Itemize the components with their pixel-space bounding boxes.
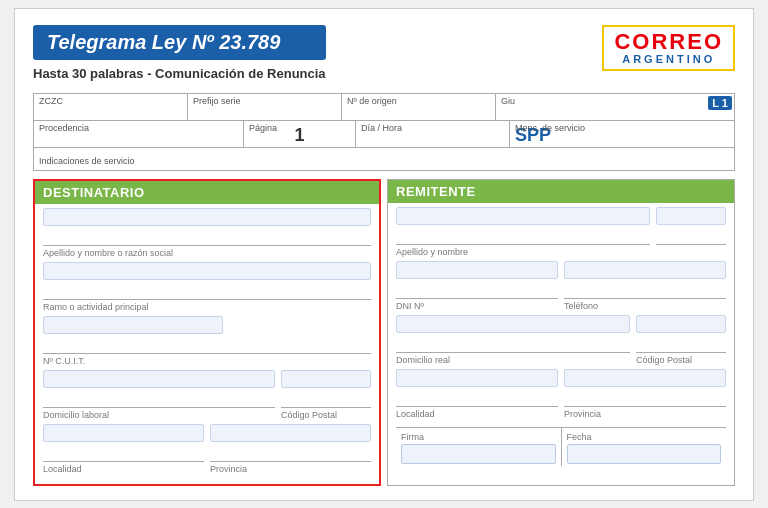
indicaciones-row: Indicaciones de servicio bbox=[33, 148, 735, 171]
correo-top-text: CORREO bbox=[614, 31, 723, 53]
telegram-form: Telegrama Ley Nº 23.789 Hasta 30 palabra… bbox=[14, 8, 754, 501]
giu-label: Giu bbox=[501, 96, 515, 106]
fecha-label: Fecha bbox=[567, 432, 722, 442]
dest-input-5b[interactable] bbox=[210, 424, 371, 442]
rem-input-4b[interactable] bbox=[564, 369, 726, 387]
pagina-label: Página bbox=[249, 123, 277, 133]
remitente-section: REMITENTE Apellido y nombre bbox=[387, 179, 735, 486]
rem-input-1b[interactable] bbox=[656, 207, 726, 225]
nro-origen-label: Nº de origen bbox=[347, 96, 397, 106]
dest-input-2[interactable] bbox=[43, 262, 371, 280]
destinatario-section: DESTINATARIO Apellido y nombre o razón s… bbox=[33, 179, 381, 486]
prefijo-label: Prefijo serie bbox=[193, 96, 241, 106]
rem-field-1: Apellido y nombre bbox=[396, 207, 726, 257]
dest-label-4b: Código Postal bbox=[281, 410, 371, 420]
rem-label-3a: Domicilio real bbox=[396, 355, 630, 365]
rem-input-4a[interactable] bbox=[396, 369, 558, 387]
zczc-label: ZCZC bbox=[39, 96, 63, 106]
dest-input-1[interactable] bbox=[43, 208, 371, 226]
indicaciones-label: Indicaciones de servicio bbox=[39, 156, 135, 166]
pagina-value: 1 bbox=[294, 123, 304, 146]
procedencia-label: Procedencia bbox=[39, 123, 89, 133]
form-row-1: ZCZC Prefijo serie Nº de origen Giu L 1 bbox=[34, 94, 734, 121]
dest-label-1: Apellido y nombre o razón social bbox=[43, 248, 371, 258]
form-subtitle: Hasta 30 palabras - Comunicación de Renu… bbox=[33, 66, 326, 81]
nro-origen-cell: Nº de origen bbox=[342, 94, 496, 120]
rem-input-1a[interactable] bbox=[396, 207, 650, 225]
rem-label-2b: Teléfono bbox=[564, 301, 726, 311]
dest-label-4a: Domicilio laboral bbox=[43, 410, 275, 420]
rem-input-2b[interactable] bbox=[564, 261, 726, 279]
fecha-input[interactable] bbox=[567, 444, 722, 464]
dest-field-5: Localidad Provincia bbox=[43, 424, 371, 474]
dest-field-1: Apellido y nombre o razón social bbox=[43, 208, 371, 258]
rem-input-3b[interactable] bbox=[636, 315, 726, 333]
firma-input[interactable] bbox=[401, 444, 556, 464]
dest-input-4b[interactable] bbox=[281, 370, 371, 388]
procedencia-cell: Procedencia bbox=[34, 121, 244, 147]
firma-cell: Firma bbox=[396, 428, 562, 466]
correo-logo: CORREO ARGENTINO bbox=[602, 25, 735, 71]
rem-field-4: Localidad Provincia bbox=[396, 369, 726, 419]
rem-input-3a[interactable] bbox=[396, 315, 630, 333]
remitente-header: REMITENTE bbox=[388, 180, 734, 203]
form-title: Telegrama Ley Nº 23.789 bbox=[47, 31, 280, 53]
dest-label-5a: Localidad bbox=[43, 464, 204, 474]
remitente-body: Apellido y nombre bbox=[388, 203, 734, 472]
header: Telegrama Ley Nº 23.789 Hasta 30 palabra… bbox=[33, 25, 735, 87]
top-form: ZCZC Prefijo serie Nº de origen Giu L 1 … bbox=[33, 93, 735, 148]
main-body: DESTINATARIO Apellido y nombre o razón s… bbox=[33, 179, 735, 486]
firma-label: Firma bbox=[401, 432, 556, 442]
zczc-cell: ZCZC bbox=[34, 94, 188, 120]
rem-label-1a: Apellido y nombre bbox=[396, 247, 650, 257]
rem-label-2a: DNI Nº bbox=[396, 301, 558, 311]
l1-badge: L 1 bbox=[708, 96, 732, 110]
dest-label-5b: Provincia bbox=[210, 464, 371, 474]
pagina-cell: Página 1 bbox=[244, 121, 356, 147]
dest-input-5a[interactable] bbox=[43, 424, 204, 442]
rem-label-4b: Provincia bbox=[564, 409, 726, 419]
correo-bottom-text: ARGENTINO bbox=[622, 53, 715, 65]
dia-hora-label: Día / Hora bbox=[361, 123, 402, 133]
destinatario-body: Apellido y nombre o razón social Ramo o … bbox=[35, 204, 379, 484]
dest-field-2: Ramo o actividad principal bbox=[43, 262, 371, 312]
dia-hora-cell: Día / Hora bbox=[356, 121, 510, 147]
dest-label-2: Ramo o actividad principal bbox=[43, 302, 371, 312]
rem-field-3: Domicilio real Código Postal bbox=[396, 315, 726, 365]
title-box: Telegrama Ley Nº 23.789 bbox=[33, 25, 326, 60]
rem-field-2: DNI Nº Teléfono bbox=[396, 261, 726, 311]
rem-label-4a: Localidad bbox=[396, 409, 558, 419]
prefijo-cell: Prefijo serie bbox=[188, 94, 342, 120]
dest-input-3[interactable] bbox=[43, 316, 223, 334]
dest-input-4a[interactable] bbox=[43, 370, 275, 388]
rem-input-2a[interactable] bbox=[396, 261, 558, 279]
giu-cell: Giu L 1 bbox=[496, 94, 734, 120]
menc-label: Menc. de servicio bbox=[515, 123, 585, 133]
dest-field-4: Domicilio laboral Código Postal bbox=[43, 370, 371, 420]
destinatario-header: DESTINATARIO bbox=[35, 181, 379, 204]
menc-cell: Menc. de servicio SPP bbox=[510, 121, 734, 147]
dest-label-3: Nº C.U.I.T. bbox=[43, 356, 371, 366]
form-row-2: Procedencia Página 1 Día / Hora Menc. de… bbox=[34, 121, 734, 147]
fecha-cell: Fecha bbox=[562, 428, 727, 466]
dest-field-3: Nº C.U.I.T. bbox=[43, 316, 371, 366]
firma-fecha-row: Firma Fecha bbox=[396, 427, 726, 466]
rem-label-3b: Código Postal bbox=[636, 355, 726, 365]
